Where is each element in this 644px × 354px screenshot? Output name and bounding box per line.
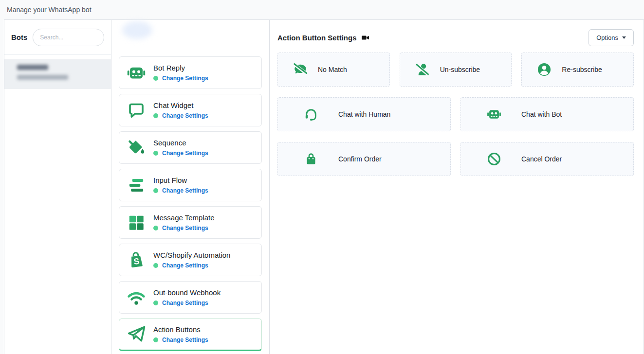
action-card-un-subscribe[interactable]: Un-subscribe [400, 53, 512, 87]
status-dot [153, 337, 158, 342]
feature-card-action-buttons[interactable]: Action Buttons Change Settings [119, 319, 262, 351]
fill-drip-icon [125, 138, 147, 158]
change-settings-link[interactable]: Change Settings [162, 150, 208, 157]
chat-bubble-icon [125, 101, 147, 120]
feature-title: Input Flow [153, 176, 208, 184]
feature-action-row: Change Settings [153, 300, 221, 306]
feature-text: Action Buttons Change Settings [153, 325, 208, 343]
feature-text: Chat Widget Change Settings [153, 101, 208, 119]
options-button-label: Options [596, 34, 618, 41]
action-row-2: Chat with Human [277, 97, 634, 131]
feature-card-outbound-webhook[interactable]: Out-bound Webhook Change Settings [119, 281, 262, 314]
feature-action-row: Change Settings [153, 187, 208, 194]
robot-icon [125, 63, 147, 83]
action-label: Re-subscribe [562, 66, 602, 73]
feature-text: WC/Shopify Automation Change Settings [153, 251, 230, 269]
bot-search-input[interactable] [33, 29, 104, 46]
feature-title: Action Buttons [153, 325, 208, 334]
video-camera-icon[interactable] [361, 34, 369, 42]
feature-title: WC/Shopify Automation [153, 251, 230, 259]
action-label: Un-subscribe [440, 66, 480, 73]
feature-title: Sequence [153, 139, 208, 147]
status-dot [153, 301, 158, 305]
action-card-re-subscribe[interactable]: Re-subscribe [521, 53, 634, 87]
feature-text: Out-bound Webhook Change Settings [153, 288, 221, 306]
feature-card-bot-reply[interactable]: Bot Reply Change Settings [119, 56, 262, 89]
action-button-settings-panel: Action Button Settings Options [270, 20, 644, 354]
bots-heading: Bots [11, 33, 27, 41]
ban-icon [486, 151, 502, 167]
bots-sidebar: Bots [4, 20, 111, 354]
blurred-avatar-blob [122, 21, 152, 39]
action-row-3: Confirm Order Cancel Order [277, 142, 634, 176]
action-label: Confirm Order [338, 155, 382, 163]
robot-icon [486, 106, 502, 122]
action-card-cancel-order[interactable]: Cancel Order [460, 142, 634, 176]
user-slash-icon [415, 62, 430, 77]
feature-action-row: Change Settings [153, 336, 208, 343]
action-card-confirm-order[interactable]: Confirm Order [277, 142, 451, 176]
feature-text: Message Template Change Settings [153, 213, 215, 231]
change-settings-link[interactable]: Change Settings [162, 112, 208, 119]
feature-action-row: Change Settings [153, 262, 230, 269]
action-label: Chat with Bot [521, 110, 562, 118]
sidebar-header: Bots [4, 20, 111, 55]
status-dot [153, 76, 158, 81]
status-dot [153, 226, 158, 230]
bot-phone-redacted [17, 75, 68, 80]
change-settings-link[interactable]: Change Settings [162, 262, 208, 269]
panel-title: Action Button Settings [277, 34, 356, 42]
feature-action-row: Change Settings [153, 75, 208, 82]
change-settings-link[interactable]: Change Settings [162, 187, 208, 194]
feature-card-sequence[interactable]: Sequence Change Settings [119, 131, 262, 164]
feature-text: Sequence Change Settings [153, 139, 208, 157]
feature-action-row: Change Settings [153, 150, 208, 157]
main-panel: Bots [4, 19, 644, 354]
action-card-chat-with-human[interactable]: Chat with Human [277, 97, 451, 131]
features-column: Bot Reply Change Settings Chat Widget Ch… [111, 20, 270, 354]
action-buttons-grid: No Match Un-subscribe [277, 53, 634, 176]
change-settings-link[interactable]: Change Settings [162, 300, 208, 306]
shopify-bag-icon: S [125, 250, 147, 270]
feature-action-row: Change Settings [153, 112, 208, 119]
bars-icon [125, 176, 147, 195]
feature-card-chat-widget[interactable]: Chat Widget Change Settings [119, 94, 262, 126]
bot-name-redacted [17, 65, 48, 70]
page-title: Manage your WhatsApp bot [7, 6, 92, 14]
status-dot [153, 113, 158, 118]
bot-list-item-selected[interactable] [4, 59, 111, 89]
chevron-down-icon [622, 36, 626, 39]
panel-header: Action Button Settings Options [277, 28, 634, 47]
options-button[interactable]: Options [589, 29, 634, 46]
feature-title: Chat Widget [153, 101, 208, 109]
comment-slash-icon [293, 61, 308, 78]
feature-card-shopify-automation[interactable]: S WC/Shopify Automation Change Settings [119, 244, 262, 276]
feature-title: Out-bound Webhook [153, 288, 221, 297]
headset-icon [303, 106, 319, 122]
shopping-bag-icon [303, 152, 319, 166]
change-settings-link[interactable]: Change Settings [162, 336, 208, 343]
feature-card-input-flow[interactable]: Input Flow Change Settings [119, 169, 262, 201]
action-label: Chat with Human [338, 110, 390, 118]
feature-title: Message Template [153, 213, 215, 222]
paper-plane-icon [125, 324, 147, 345]
status-dot [153, 151, 158, 156]
status-dot [153, 188, 158, 193]
topbar: Manage your WhatsApp bot [0, 0, 644, 19]
grid-icon [125, 213, 147, 232]
action-card-chat-with-bot[interactable]: Chat with Bot [460, 97, 634, 131]
feature-title: Bot Reply [153, 64, 208, 72]
feature-text: Input Flow Change Settings [153, 176, 208, 194]
action-row-1: No Match Un-subscribe [277, 53, 634, 87]
action-label: Cancel Order [521, 155, 562, 163]
feature-card-message-template[interactable]: Message Template Change Settings [119, 206, 262, 239]
change-settings-link[interactable]: Change Settings [162, 225, 208, 231]
wifi-icon [125, 287, 147, 308]
change-settings-link[interactable]: Change Settings [162, 75, 208, 82]
action-card-no-match[interactable]: No Match [277, 53, 390, 87]
svg-text:S: S [133, 256, 140, 266]
user-circle-icon [536, 62, 552, 77]
action-label: No Match [318, 66, 347, 73]
status-dot [153, 263, 158, 268]
feature-text: Bot Reply Change Settings [153, 64, 208, 82]
